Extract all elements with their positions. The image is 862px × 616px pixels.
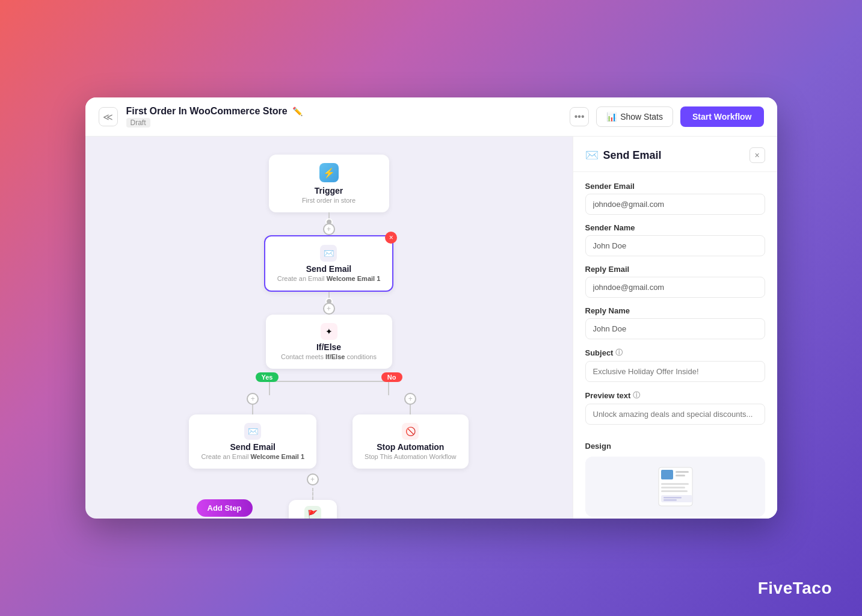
sender-email-input[interactable]	[585, 194, 765, 215]
send-email-yes-title: Send Email	[201, 442, 304, 452]
reply-email-label: Reply Email	[585, 265, 765, 274]
stop-title: Stop Automation	[365, 442, 456, 452]
design-label: Design	[585, 442, 765, 451]
add-no-branch[interactable]: +	[404, 393, 416, 405]
preview-text-help-icon[interactable]: ⓘ	[633, 390, 640, 401]
subject-help-icon[interactable]: ⓘ	[615, 348, 623, 358]
close-icon: ×	[754, 150, 759, 160]
design-mockup-svg	[648, 464, 702, 510]
connector-1	[328, 212, 330, 223]
preview-text-input[interactable]	[585, 404, 765, 425]
add-between-trigger-send[interactable]: +	[323, 223, 335, 235]
v-line-yes	[252, 405, 253, 414]
ifelse-title: If/Else	[278, 342, 380, 352]
workflow-canvas: ⚡ Trigger First order in store + × ✉️ Se…	[85, 137, 573, 519]
trigger-title: Trigger	[281, 186, 377, 196]
panel-body: Sender Email Sender Name Reply Email Rep…	[573, 172, 777, 434]
content-area: ⚡ Trigger First order in store + × ✉️ Se…	[85, 137, 777, 519]
v-line-no	[410, 405, 411, 414]
send-email-yes-node[interactable]: ✉️ Send Email Create an Email Welcome Em…	[189, 414, 316, 469]
show-stats-label: Show Stats	[620, 112, 663, 122]
branch-section: Yes No + ✉️ Send E	[189, 369, 468, 469]
reply-name-group: Reply Name	[585, 306, 765, 339]
title-text: First Order In WooCommerce Store	[126, 106, 288, 117]
ifelse-icon: ✦	[321, 323, 337, 340]
add-between-send-ifelse[interactable]: +	[323, 303, 335, 315]
branch-v-left	[269, 381, 270, 395]
yes-branch: + ✉️ Send Email Create an Email Welcome …	[189, 393, 316, 469]
svg-rect-3	[676, 475, 685, 476]
svg-rect-1	[661, 470, 673, 479]
start-workflow-button[interactable]: Start Workflow	[680, 106, 764, 127]
trigger-node[interactable]: ⚡ Trigger First order in store	[269, 155, 389, 212]
panel-header: ✉️ Send Email ×	[573, 137, 777, 172]
send-email-main-subtitle: Create an Email Welcome Email 1	[277, 275, 381, 282]
header: ≪ First Order In WooCommerce Store ✏️ Dr…	[85, 97, 777, 137]
panel-title-area: ✉️ Send Email	[585, 149, 662, 162]
subject-group: Subject ⓘ	[585, 348, 765, 382]
subject-label: Subject ⓘ	[585, 348, 765, 358]
back-icon: ≪	[103, 111, 113, 123]
more-button[interactable]: •••	[570, 107, 589, 126]
sender-name-input[interactable]	[585, 235, 765, 256]
delete-node-button[interactable]: ×	[385, 232, 397, 244]
exit-icon: 🚩	[304, 506, 321, 519]
design-preview[interactable]	[585, 457, 765, 517]
panel-email-icon: ✉️	[585, 149, 599, 162]
no-branch: + 🚫 Stop Automation Stop This Automation…	[352, 393, 468, 469]
trigger-subtitle: First order in store	[281, 197, 377, 204]
reply-name-label: Reply Name	[585, 306, 765, 315]
add-before-exit[interactable]: +	[307, 473, 319, 485]
branch-v-right	[388, 381, 389, 395]
exit-node[interactable]: 🚩 Exit	[289, 500, 337, 519]
svg-rect-7	[661, 495, 692, 502]
panel-close-button[interactable]: ×	[750, 147, 765, 163]
stop-icon: 🚫	[402, 423, 419, 440]
reply-name-input[interactable]	[585, 318, 765, 339]
branch-h-line	[269, 381, 389, 382]
sender-name-label: Sender Name	[585, 223, 765, 232]
svg-rect-6	[661, 490, 688, 492]
send-email-yes-subtitle: Create an Email Welcome Email 1	[201, 453, 304, 460]
trigger-icon: ⚡	[319, 163, 339, 182]
more-icon: •••	[574, 111, 585, 122]
stop-automation-node[interactable]: 🚫 Stop Automation Stop This Automation W…	[352, 414, 468, 469]
stop-subtitle: Stop This Automation Workflow	[365, 453, 456, 460]
exit-area: + 🚩 Exit	[289, 473, 337, 519]
svg-rect-5	[661, 487, 685, 488]
preview-text-label: Preview text ⓘ	[585, 390, 765, 401]
no-badge: No	[381, 372, 402, 382]
reply-email-group: Reply Email	[585, 265, 765, 298]
send-email-yes-icon: ✉️	[244, 423, 261, 440]
flow-container: ⚡ Trigger First order in store + × ✉️ Se…	[189, 155, 468, 519]
show-stats-button[interactable]: 📊 Show Stats	[596, 106, 673, 127]
back-button[interactable]: ≪	[99, 107, 118, 126]
send-email-main-node[interactable]: × ✉️ Send Email Create an Email Welcome …	[264, 235, 394, 292]
send-email-main-title: Send Email	[277, 264, 381, 274]
right-panel: ✉️ Send Email × Sender Email Sender Name	[573, 137, 777, 519]
send-email-main-icon: ✉️	[320, 245, 337, 262]
add-exit-area: Add Step + 🚩 Exit	[239, 473, 419, 519]
add-step-button[interactable]: Add Step	[197, 499, 253, 517]
connector-2	[328, 292, 330, 303]
stats-icon: 📊	[606, 112, 617, 122]
svg-rect-8	[663, 497, 682, 499]
svg-rect-9	[663, 499, 677, 501]
design-section: Design	[573, 434, 777, 519]
ifelse-node[interactable]: ✦ If/Else Contact meets If/Else conditio…	[266, 315, 392, 369]
preview-text-group: Preview text ⓘ	[585, 390, 765, 425]
header-actions: ••• 📊 Show Stats Start Workflow	[570, 106, 763, 127]
brand-logo: FiveTaco	[758, 579, 832, 598]
dashed-connector	[312, 488, 313, 500]
workflow-title: First Order In WooCommerce Store ✏️	[126, 106, 562, 117]
ifelse-subtitle: Contact meets If/Else conditions	[278, 353, 380, 360]
branch-nodes: + ✉️ Send Email Create an Email Welcome …	[189, 393, 468, 469]
subject-input[interactable]	[585, 361, 765, 382]
status-badge: Draft	[126, 118, 150, 128]
add-yes-branch[interactable]: +	[247, 393, 259, 405]
reply-email-input[interactable]	[585, 277, 765, 298]
branch-labels: Yes No	[239, 369, 419, 393]
svg-rect-2	[676, 471, 689, 473]
panel-title-text: Send Email	[603, 149, 662, 162]
edit-icon[interactable]: ✏️	[292, 106, 303, 116]
